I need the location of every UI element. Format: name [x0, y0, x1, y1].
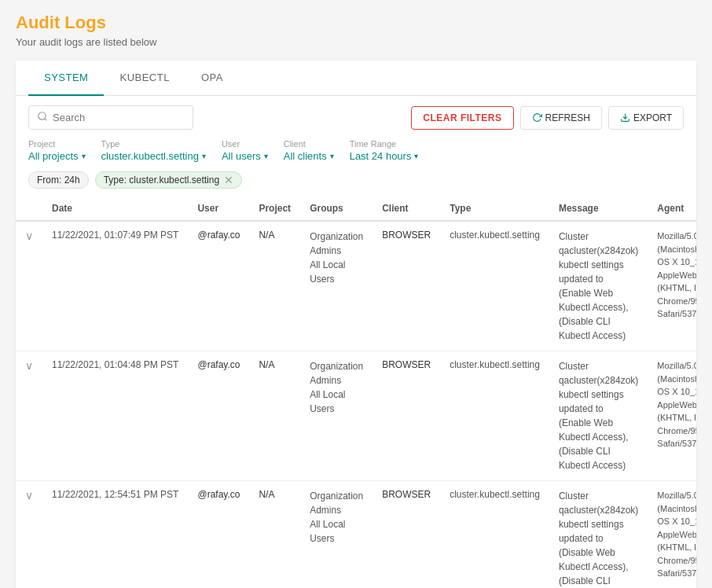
main-card: SYSTEM KUBECTL OPA CLEAR FILTERS REFRESH… — [16, 61, 696, 588]
filter-type-value: cluster.kubectl.setting — [101, 150, 199, 162]
filter-user-select[interactable]: All users ▾ — [222, 150, 268, 162]
chips-row: From: 24h Type: cluster.kubectl.setting … — [16, 171, 696, 197]
th-expand — [16, 197, 42, 221]
cell-groups: Organization AdminsAll Local Users — [300, 221, 373, 351]
page-container: Audit Logs Your audit logs are listed be… — [0, 0, 712, 588]
audit-table: Date User Project Groups Client Type Mes… — [16, 197, 696, 588]
tab-opa[interactable]: OPA — [185, 61, 239, 96]
th-agent: Agent — [648, 197, 696, 221]
cell-agent: Mozilla/5.0 (Macintosh; Intel Mac OS X 1… — [648, 221, 696, 351]
filter-type-select[interactable]: cluster.kubectl.setting ▾ — [101, 150, 206, 162]
cell-user: @rafay.co — [188, 481, 249, 589]
page-title: Audit Logs — [16, 13, 696, 33]
filter-client-label: Client — [284, 139, 334, 149]
toolbar: CLEAR FILTERS REFRESH EXPORT — [16, 96, 696, 139]
row-expand-btn[interactable]: ∨ — [25, 230, 33, 242]
th-date: Date — [42, 197, 188, 221]
th-type: Type — [440, 197, 549, 221]
cell-client: BROWSER — [373, 351, 440, 481]
cell-message: Cluster qacluster(x284zok) kubectl setti… — [549, 351, 648, 481]
cell-client: BROWSER — [373, 221, 440, 351]
filter-project-arrow: ▾ — [82, 152, 86, 160]
row-expand-btn[interactable]: ∨ — [25, 489, 33, 502]
filter-user-value: All users — [222, 150, 261, 162]
svg-line-1 — [45, 119, 47, 121]
tab-system[interactable]: SYSTEM — [28, 61, 104, 96]
cell-project: N/A — [249, 351, 300, 481]
table-row: ∨ 11/22/2021, 01:07:49 PM PST @rafay.co … — [16, 221, 696, 351]
svg-point-0 — [39, 112, 46, 119]
export-label: EXPORT — [633, 112, 672, 123]
filter-project-label: Project — [28, 139, 86, 149]
cell-type: cluster.kubectl.setting — [440, 351, 549, 481]
filter-project: Project All projects ▾ — [28, 139, 86, 162]
filter-user-arrow: ▾ — [264, 152, 268, 160]
refresh-button[interactable]: REFRESH — [520, 106, 602, 130]
table-header-row: Date User Project Groups Client Type Mes… — [16, 197, 696, 221]
th-client: Client — [373, 197, 440, 221]
tab-kubectl[interactable]: KUBECTL — [104, 61, 185, 96]
filter-type-arrow: ▾ — [202, 152, 206, 160]
cell-message: Cluster qacluster(x284zok) kubectl setti… — [549, 481, 648, 589]
th-groups: Groups — [300, 197, 373, 221]
cell-type: cluster.kubectl.setting — [440, 481, 549, 589]
filter-project-value: All projects — [28, 150, 79, 162]
filters-row: Project All projects ▾ Type cluster.kube… — [16, 139, 696, 171]
cell-client: BROWSER — [373, 481, 440, 589]
th-user: User — [188, 197, 249, 221]
cell-groups: Organization AdminsAll Local Users — [300, 351, 373, 481]
chip-type: Type: cluster.kubectl.setting ✕ — [95, 171, 242, 189]
filter-client-select[interactable]: All clients ▾ — [284, 150, 334, 162]
search-box — [28, 105, 193, 130]
export-button[interactable]: EXPORT — [608, 106, 684, 130]
filter-project-select[interactable]: All projects ▾ — [28, 150, 86, 162]
search-icon — [37, 111, 48, 124]
cell-message: Cluster qacluster(x284zok) kubectl setti… — [549, 221, 648, 351]
cell-groups: Organization AdminsAll Local Users — [300, 481, 373, 589]
cell-user: @rafay.co — [188, 221, 249, 351]
tab-bar: SYSTEM KUBECTL OPA — [16, 61, 696, 96]
clear-filters-button[interactable]: CLEAR FILTERS — [411, 106, 513, 130]
filter-client-value: All clients — [284, 150, 327, 162]
cell-project: N/A — [249, 481, 300, 589]
cell-date: 11/22/2021, 01:04:48 PM PST — [42, 351, 188, 481]
filter-time-range-arrow: ▾ — [414, 152, 418, 160]
filter-client-arrow: ▾ — [330, 152, 334, 160]
chip-from-label: From: 24h — [37, 175, 80, 186]
table-row: ∨ 11/22/2021, 01:04:48 PM PST @rafay.co … — [16, 351, 696, 481]
cell-date: 11/22/2021, 01:07:49 PM PST — [42, 221, 188, 351]
filter-type: Type cluster.kubectl.setting ▾ — [101, 139, 206, 162]
cell-type: cluster.kubectl.setting — [440, 221, 549, 351]
filter-client: Client All clients ▾ — [284, 139, 334, 162]
cell-date: 11/22/2021, 12:54:51 PM PST — [42, 481, 188, 589]
chip-type-close[interactable]: ✕ — [224, 175, 233, 186]
filter-time-range: Time Range Last 24 hours ▾ — [350, 139, 419, 162]
filter-type-label: Type — [101, 139, 206, 149]
cell-user: @rafay.co — [188, 351, 249, 481]
table-container: Date User Project Groups Client Type Mes… — [16, 197, 696, 588]
cell-project: N/A — [249, 221, 300, 351]
row-expand-btn[interactable]: ∨ — [25, 359, 33, 372]
cell-agent: Mozilla/5.0 (Macintosh; Intel Mac OS X 1… — [648, 351, 696, 481]
table-row: ∨ 11/22/2021, 12:54:51 PM PST @rafay.co … — [16, 481, 696, 589]
filter-user: User All users ▾ — [222, 139, 268, 162]
refresh-label: REFRESH — [545, 112, 590, 123]
page-subtitle: Your audit logs are listed below — [16, 36, 696, 48]
filter-time-range-value: Last 24 hours — [350, 150, 412, 162]
chip-from: From: 24h — [28, 171, 89, 189]
search-input[interactable] — [53, 112, 178, 123]
th-project: Project — [249, 197, 300, 221]
filter-user-label: User — [222, 139, 268, 149]
chip-type-label: Type: cluster.kubectl.setting — [104, 175, 219, 186]
filter-time-range-select[interactable]: Last 24 hours ▾ — [350, 150, 419, 162]
filter-time-range-label: Time Range — [350, 139, 419, 149]
th-message: Message — [549, 197, 648, 221]
cell-agent: Mozilla/5.0 (Macintosh; Intel Mac OS X 1… — [648, 481, 696, 589]
